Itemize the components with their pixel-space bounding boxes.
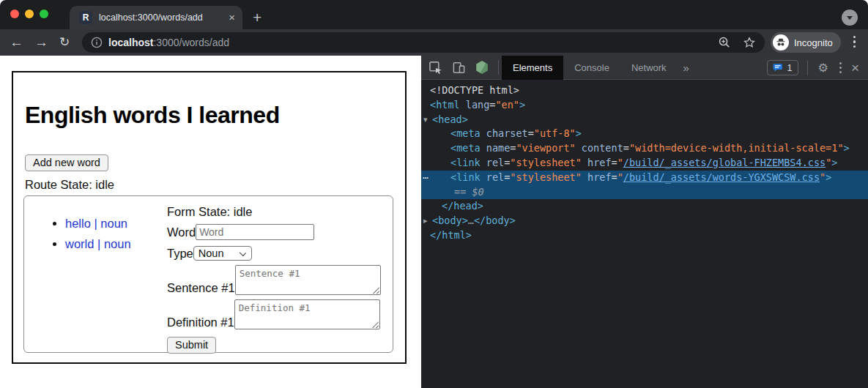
form-state-text: Form State: idle (167, 205, 390, 219)
code-token: " (617, 171, 623, 183)
devtools-code: <!DOCTYPE html><html lang="en">▾<head><m… (421, 80, 868, 243)
type-select[interactable]: Noun (193, 246, 252, 261)
code-line[interactable]: ▾<head> (421, 113, 868, 127)
tab-console[interactable]: Console (563, 56, 620, 80)
browser-toolbar: ← → ↻ localhost:3000/words/add Incognito (0, 29, 868, 56)
code-token: <head> (432, 113, 468, 125)
code-line[interactable]: <link rel="stylesheet" href="/build/_ass… (421, 156, 868, 171)
fullscreen-window-button[interactable] (40, 10, 48, 18)
code-token: "utf-8" (534, 127, 576, 139)
code-token: href (587, 157, 612, 168)
sentence-placeholder: Sentence #1 (240, 268, 300, 279)
ellipsis-gutter-icon[interactable]: … (423, 168, 429, 183)
issues-count: 1 (787, 63, 793, 73)
minimize-window-button[interactable] (25, 10, 34, 18)
tab-title: localhost:3000/words/add (99, 12, 203, 23)
bookmark-star-icon[interactable] (743, 36, 756, 49)
stylesheet-link[interactable]: /build/_assets/words-YGXSWCSW.css (623, 171, 820, 183)
zoom-in-icon[interactable] (718, 36, 731, 49)
type-label: Type (167, 247, 193, 261)
code-line[interactable]: <!DOCTYPE html> (421, 83, 868, 98)
add-new-word-button[interactable]: Add new word (25, 154, 108, 171)
page-title: English words I learned (25, 102, 280, 129)
code-token: > (519, 99, 525, 111)
code-token: > (826, 171, 831, 183)
code-token: name (486, 142, 511, 154)
code-line[interactable]: </html> (421, 228, 868, 243)
more-tabs-icon[interactable]: » (678, 61, 695, 74)
code-line[interactable]: ▸<body>…</body> (421, 214, 868, 228)
url-host: localhost (108, 37, 153, 48)
code-token: <link (450, 171, 481, 183)
browser-tab[interactable]: R localhost:3000/words/add × (70, 6, 242, 29)
code-token: " (617, 157, 623, 168)
devtools-menu-icon[interactable] (839, 62, 842, 72)
code-line[interactable]: <html lang="en"> (421, 98, 868, 113)
settings-gear-icon[interactable]: ⚙ (818, 61, 828, 75)
definition-label: Definition #1 (167, 316, 234, 329)
submit-button[interactable]: Submit (167, 337, 216, 354)
select-chevron-icon (240, 250, 246, 256)
issues-bubble-icon (773, 62, 784, 73)
address-bar[interactable]: localhost:3000/words/add (82, 32, 765, 53)
reload-button[interactable]: ↻ (59, 33, 70, 52)
tab-elements[interactable]: Elements (502, 56, 563, 80)
tab-network[interactable]: Network (620, 56, 678, 80)
code-token: "viewport" (516, 142, 575, 154)
sentence-textarea[interactable]: Sentence #1 (235, 265, 381, 295)
code-line[interactable]: <meta charset="utf-8"> (421, 127, 868, 141)
code-token (481, 127, 486, 139)
divider (807, 61, 808, 75)
forward-button[interactable]: → (34, 33, 48, 52)
devtools-toolbar: Elements Console Network » 1 ⚙ × (421, 56, 868, 80)
site-info-icon[interactable] (91, 37, 103, 48)
list-item: hello | noun (65, 217, 131, 231)
word-link-world[interactable]: world | noun (65, 237, 131, 250)
issues-counter[interactable]: 1 (767, 60, 798, 75)
code-token: "stylesheet" (510, 157, 582, 168)
devtools-close-icon[interactable]: × (851, 61, 859, 75)
code-token: > (831, 157, 837, 168)
code-token: "stylesheet" (510, 171, 582, 183)
extension-hexagon-icon[interactable] (475, 60, 489, 75)
device-toolbar-icon[interactable] (451, 60, 466, 75)
code-line[interactable]: </head> (421, 199, 868, 214)
code-token (576, 142, 582, 154)
stylesheet-link[interactable]: /build/_assets/global-FHZEMBS4.css (623, 157, 826, 168)
list-item: world | noun (65, 237, 131, 251)
code-token (481, 142, 486, 154)
word-input[interactable] (196, 224, 314, 240)
code-token (582, 157, 587, 168)
word-label: Word (167, 225, 196, 239)
code-token: … (468, 214, 474, 226)
inspect-element-icon[interactable] (428, 60, 442, 75)
browser-menu-icon[interactable] (853, 36, 856, 48)
new-tab-button[interactable]: + (253, 7, 261, 29)
code-line[interactable]: == $0 (421, 185, 868, 200)
code-token (481, 171, 486, 183)
code-line[interactable]: …<link rel="stylesheet" href="/build/_as… (421, 171, 868, 185)
code-token: "width=device-width,initial-scale=1" (629, 142, 844, 154)
code-token: = (528, 127, 534, 139)
expand-arrow-icon[interactable]: ▸ (423, 214, 428, 228)
code-token: = (612, 171, 617, 183)
close-window-button[interactable] (10, 10, 19, 18)
collapse-arrow-icon[interactable]: ▾ (423, 113, 428, 127)
words-panel: hello | noun world | noun Form State: id… (23, 195, 393, 353)
code-line[interactable]: <meta name="viewport" content="width=dev… (421, 141, 868, 156)
devtools-panel: Elements Console Network » 1 ⚙ × <!DOCTY… (421, 56, 868, 388)
code-token: rel (486, 171, 504, 183)
word-link-hello[interactable]: hello | noun (65, 217, 127, 230)
code-token: = (623, 142, 629, 154)
back-button[interactable]: ← (10, 33, 23, 52)
tab-search-button[interactable] (842, 10, 858, 26)
close-tab-icon[interactable]: × (229, 11, 235, 23)
add-word-form: Form State: idle Word Type Noun Sentence… (167, 196, 390, 354)
url-text: localhost:3000/words/add (108, 37, 229, 48)
definition-textarea[interactable]: Definition #1 (234, 299, 380, 329)
code-token: charset (486, 127, 528, 139)
code-token: <body> (432, 214, 468, 226)
code-token (582, 171, 587, 183)
web-page: English words I learned Add new word Rou… (0, 56, 421, 388)
titlebar: R localhost:3000/words/add × + (0, 0, 868, 29)
